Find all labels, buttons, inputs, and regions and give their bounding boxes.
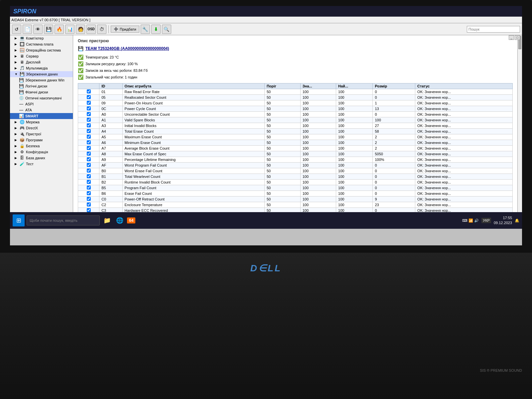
row-checkbox[interactable] bbox=[78, 202, 99, 208]
sidebar-item-physical[interactable]: 💾 Фізичні диски bbox=[10, 89, 73, 95]
table-row[interactable]: B5 Program Fail Count 50 100 100 0 OK: З… bbox=[78, 185, 513, 191]
info-text: Загальний час роботи: 1 годин bbox=[85, 75, 137, 79]
table-row[interactable]: 01 Raw Read Error Rate 50 100 100 0 OK: … bbox=[78, 89, 513, 95]
devices-icon: 🔌 bbox=[19, 132, 25, 136]
table-row[interactable]: 0C Power Cycle Count 50 100 100 13 OK: З… bbox=[78, 106, 513, 112]
device-name[interactable]: TEAM T253240GB (AA000000000000000004) bbox=[85, 46, 169, 51]
table-row[interactable]: A9 Percentage Lifetime Remaining 50 100 … bbox=[78, 157, 513, 163]
taskbar-num-badge[interactable]: 64 bbox=[127, 217, 135, 223]
download-btn[interactable]: ⬇ bbox=[151, 25, 161, 34]
sidebar-item-security[interactable]: ▶ 🔒 Безпека bbox=[10, 143, 73, 149]
row-checkbox[interactable] bbox=[78, 112, 99, 117]
row-checkbox[interactable] bbox=[78, 168, 99, 174]
table-row[interactable]: C2 Enclosure Temperature 50 100 100 23 O… bbox=[78, 202, 513, 208]
table-row[interactable]: 09 Power-On Hours Count 50 100 100 1 OK:… bbox=[78, 100, 513, 106]
row-checkbox[interactable] bbox=[78, 163, 99, 168]
maximize-btn[interactable]: □ bbox=[515, 35, 520, 40]
row-checkbox[interactable] bbox=[78, 185, 99, 191]
table-row[interactable]: C0 Power-Off Retract Count 50 100 100 9 … bbox=[78, 197, 513, 202]
sidebar-item-optical[interactable]: 💿 Оптичні накопичувачі bbox=[10, 95, 73, 101]
search-input[interactable] bbox=[467, 26, 520, 33]
row-checkbox[interactable] bbox=[78, 197, 99, 202]
sidebar-item-storage-win[interactable]: 💾 Збереження даних Wіп bbox=[10, 77, 73, 83]
table-row[interactable]: B0 Worst Erase Fail Count 50 100 100 0 O… bbox=[78, 168, 513, 174]
table-row[interactable]: A3 Initial Invalid Blocks 50 100 100 27 … bbox=[78, 123, 513, 129]
sidebar-label-programs: Програми bbox=[26, 138, 43, 142]
osd-btn[interactable]: OSD bbox=[86, 25, 96, 34]
sidebar-item-aspi[interactable]: — ASPI bbox=[10, 101, 73, 107]
row-checkbox[interactable] bbox=[78, 146, 99, 151]
row-checkbox[interactable] bbox=[78, 89, 99, 95]
row-name: Worst Program Fail Count bbox=[122, 163, 264, 168]
document-btn[interactable]: 📄 bbox=[23, 25, 32, 34]
row-checkbox[interactable] bbox=[78, 117, 99, 123]
table-row[interactable]: A7 Average Block Erase Count 50 100 100 … bbox=[78, 146, 513, 151]
row-checkbox[interactable] bbox=[78, 140, 99, 146]
timer-btn[interactable]: ⏱ bbox=[97, 25, 106, 34]
start-button[interactable]: ⊞ bbox=[13, 214, 25, 226]
sidebar-item-test[interactable]: ▶ 🧪 Тест bbox=[10, 161, 73, 167]
taskbar-search-box[interactable]: Щоби почати пошук, введіть bbox=[27, 215, 100, 225]
row-checkbox[interactable] bbox=[78, 191, 99, 197]
row-id: A8 bbox=[99, 151, 122, 157]
table-row[interactable]: B1 Total Wearlevel Count 50 100 100 0 OK… bbox=[78, 174, 513, 180]
sidebar-item-computer[interactable]: ▶ 💻 Комп'ютер bbox=[10, 35, 73, 41]
row-checkbox[interactable] bbox=[78, 100, 99, 106]
row-checkbox[interactable] bbox=[78, 157, 99, 163]
table-row[interactable]: A4 Total Erase Count 50 100 100 58 OK: З… bbox=[78, 129, 513, 134]
sidebar-item-multimedia[interactable]: ▶ 🎵 Мультимедіа bbox=[10, 65, 73, 71]
row-value: 100 bbox=[300, 191, 336, 197]
sidebar-item-smart[interactable]: 📊 SMART bbox=[10, 113, 73, 119]
sidebar-item-directx[interactable]: ▶ 🎮 DirectX bbox=[10, 125, 73, 131]
taskbar-edge-icon[interactable]: 🌐 bbox=[114, 215, 125, 226]
table-row[interactable]: B2 Runtime Invalid Block Count 50 100 10… bbox=[78, 180, 513, 185]
save-btn[interactable]: 💾 bbox=[44, 25, 53, 34]
table-row[interactable]: A0 Uncorrectable Sector Count 50 100 100… bbox=[78, 112, 513, 117]
minimize-btn[interactable]: _ bbox=[509, 35, 514, 40]
row-checkbox[interactable] bbox=[78, 134, 99, 140]
search-btn[interactable]: 🔍 bbox=[162, 25, 171, 34]
sidebar-item-programs[interactable]: ▶ 📦 Програми bbox=[10, 137, 73, 143]
refresh-btn[interactable]: ↺ bbox=[12, 25, 21, 34]
sidebar-item-network[interactable]: ▶ 🌐 Мережа bbox=[10, 119, 73, 125]
sound-brand: SIS ® PREMIUM SOUND bbox=[480, 368, 522, 372]
sidebar-item-devices[interactable]: ▶ 🔌 Пристрої bbox=[10, 131, 73, 137]
scrollbar[interactable] bbox=[517, 35, 522, 229]
fire-btn[interactable]: 🔥 bbox=[55, 25, 64, 34]
user-btn[interactable]: 🧑 bbox=[76, 25, 85, 34]
sidebar-item-mainboard[interactable]: ▶ 🔲 Системна плата bbox=[10, 41, 73, 47]
purchase-btn[interactable]: ➕ Придбати bbox=[111, 26, 139, 33]
sidebar-item-os[interactable]: ▶ 🪟 Операційна система bbox=[10, 47, 73, 53]
multimedia-icon: 🎵 bbox=[19, 66, 25, 70]
chart-btn[interactable]: 📊 bbox=[65, 25, 74, 34]
sidebar-item-server[interactable]: ▶ 🖥 Сервер bbox=[10, 53, 73, 59]
sidebar-item-database[interactable]: ▶ 🗄 База даних bbox=[10, 155, 73, 161]
row-checkbox[interactable] bbox=[78, 123, 99, 129]
table-row[interactable]: AF Worst Program Fail Count 50 100 100 0… bbox=[78, 163, 513, 168]
row-checkbox[interactable] bbox=[78, 151, 99, 157]
hdd-icon: 💾 bbox=[78, 46, 83, 51]
row-checkbox[interactable] bbox=[78, 174, 99, 180]
sidebar-item-storage[interactable]: ▼ 💾 Збереження даних bbox=[10, 71, 73, 77]
taskbar-folder-icon[interactable]: 📁 bbox=[102, 215, 112, 226]
row-checkbox[interactable] bbox=[78, 95, 99, 100]
sidebar-item-logical[interactable]: 💾 Логічні диски bbox=[10, 83, 73, 89]
row-id: A1 bbox=[99, 117, 122, 123]
table-row[interactable]: A1 Valid Spare Blocks 50 100 100 100 OK:… bbox=[78, 117, 513, 123]
sidebar-item-display[interactable]: ▶ 🖥 Дисплей bbox=[10, 59, 73, 65]
table-row[interactable]: B6 Erase Fail Count 50 100 100 0 OK: Зна… bbox=[78, 191, 513, 197]
table-row[interactable]: A6 Minimum Erase Count 50 100 100 2 OK: … bbox=[78, 140, 513, 146]
language-badge[interactable]: УКР bbox=[481, 218, 491, 223]
table-row[interactable]: A8 Max Erase Count of Spec 50 100 100 50… bbox=[78, 151, 513, 157]
row-checkbox[interactable] bbox=[78, 106, 99, 112]
table-row[interactable]: 05 Reallocated Sector Count 50 100 100 0… bbox=[78, 95, 513, 100]
sidebar-item-ata[interactable]: — ATA bbox=[10, 107, 73, 113]
view-btn[interactable]: 👁 bbox=[33, 25, 43, 34]
row-checkbox[interactable] bbox=[78, 129, 99, 134]
sidebar-item-config[interactable]: ▶ ⚙ Конфігурація bbox=[10, 149, 73, 155]
tools-btn[interactable]: 🔧 bbox=[141, 25, 150, 34]
notification-icon[interactable]: 🔔 bbox=[515, 218, 519, 223]
table-row[interactable]: A5 Maximum Erase Count 50 100 100 2 OK: … bbox=[78, 134, 513, 140]
device-name-row: 💾 TEAM T253240GB (AA000000000000000004) bbox=[78, 46, 513, 51]
row-checkbox[interactable] bbox=[78, 180, 99, 185]
